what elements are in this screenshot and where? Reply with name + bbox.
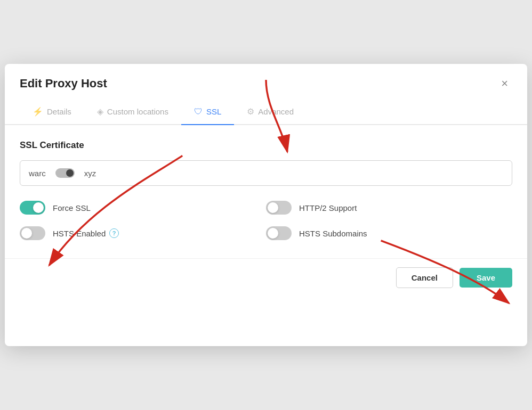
ssl-options-grid: Force SSL HTTP/2 Support xyxy=(20,201,512,240)
hsts-subdomains-row: HSTS Subdomains xyxy=(266,226,512,240)
tab-advanced-label: Advanced xyxy=(258,107,294,116)
ssl-certificate-input[interactable]: warc xyz xyxy=(20,160,512,186)
hsts-subdomains-label: HSTS Subdomains xyxy=(299,229,367,238)
cert-toggle-mini[interactable] xyxy=(55,168,75,178)
cert-value-right: xyz xyxy=(84,169,96,178)
tab-ssl-label: SSL xyxy=(206,107,221,116)
tab-advanced[interactable]: ⚙ Advanced xyxy=(234,100,307,125)
tab-custom-locations[interactable]: ◈ Custom locations xyxy=(84,100,181,125)
modal-footer: Cancel Save xyxy=(5,258,527,301)
details-icon: ⚡ xyxy=(33,106,43,117)
modal-body: SSL Certificate warc xyz Force xyxy=(5,125,527,253)
http2-toggle[interactable] xyxy=(266,201,292,215)
force-ssl-label: Force SSL xyxy=(53,203,91,212)
modal-title: Edit Proxy Host xyxy=(20,77,107,91)
force-ssl-row: Force SSL xyxy=(20,201,266,215)
hsts-enabled-row: HSTS Enabled ? xyxy=(20,226,266,240)
advanced-icon: ⚙ xyxy=(247,106,254,117)
http2-label: HTTP/2 Support xyxy=(299,203,357,212)
tab-details-label: Details xyxy=(47,107,71,116)
hsts-enabled-label: HSTS Enabled ? xyxy=(53,228,119,238)
tabs-bar: ⚡ Details ◈ Custom locations 🛡 SSL ⚙ Adv… xyxy=(5,100,527,125)
modal-overlay: Edit Proxy Host × ⚡ Details ◈ Custom loc… xyxy=(0,0,532,410)
hsts-help-icon[interactable]: ? xyxy=(109,228,119,238)
http2-support-row: HTTP/2 Support xyxy=(266,201,512,215)
cert-value-left: warc xyxy=(29,169,46,178)
cancel-button[interactable]: Cancel xyxy=(396,267,453,288)
http2-slider xyxy=(266,201,292,215)
tab-details[interactable]: ⚡ Details xyxy=(20,100,84,125)
ssl-icon: 🛡 xyxy=(194,107,203,117)
custom-locations-icon: ◈ xyxy=(97,106,103,117)
tab-ssl[interactable]: 🛡 SSL xyxy=(181,101,234,125)
modal-header: Edit Proxy Host × xyxy=(5,64,527,92)
hsts-subdomains-toggle[interactable] xyxy=(266,226,292,240)
hsts-subdomains-slider xyxy=(266,226,292,240)
ssl-section-title: SSL Certificate xyxy=(20,140,512,151)
close-button[interactable]: × xyxy=(497,76,512,92)
force-ssl-toggle[interactable] xyxy=(20,201,45,215)
hsts-enabled-toggle[interactable] xyxy=(20,226,45,240)
save-button[interactable]: Save xyxy=(460,268,512,288)
force-ssl-slider xyxy=(20,201,45,215)
edit-proxy-host-modal: Edit Proxy Host × ⚡ Details ◈ Custom loc… xyxy=(5,64,527,346)
cert-knob-mini xyxy=(66,169,74,177)
hsts-enabled-slider xyxy=(20,226,45,240)
tab-custom-locations-label: Custom locations xyxy=(107,107,168,116)
